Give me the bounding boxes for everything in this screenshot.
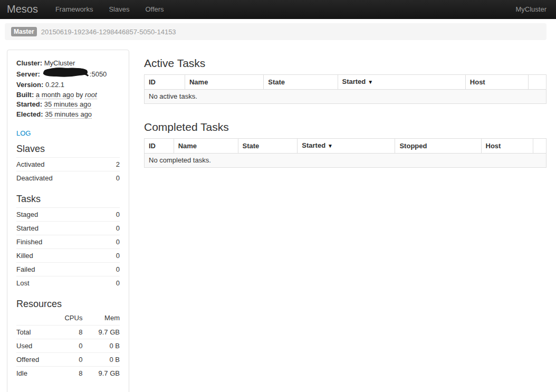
resources-col-cpus: CPUs [52, 312, 83, 326]
stat-label: Deactivated [16, 171, 110, 185]
col-label: Name [189, 78, 208, 86]
active-tasks-heading: Active Tasks [144, 56, 547, 70]
completed-tasks-table: ID Name State Started▼ Stopped Host No c… [144, 138, 547, 168]
tasks-row-lost: Lost 0 [16, 276, 120, 290]
col-label: ID [149, 78, 156, 86]
stat-mem: 9.7 GB [82, 367, 120, 380]
resources-row-offered: Offered 0 0 B [16, 353, 120, 367]
redaction-scribble-icon [42, 67, 89, 81]
col-name[interactable]: Name [174, 139, 238, 154]
col-label: Host [486, 142, 501, 150]
slaves-row-deactivated: Deactivated 0 [16, 171, 120, 185]
stat-mem: 9.7 GB [82, 326, 120, 339]
master-id: 20150619-192346-1298446857-5050-14153 [41, 28, 176, 36]
stat-value: 0 [107, 249, 120, 263]
stat-label: Staged [16, 208, 107, 222]
stat-mem: 0 B [82, 353, 120, 367]
completed-tasks-header-row: ID Name State Started▼ Stopped Host [145, 139, 547, 154]
breadcrumb: Master 20150619-192346-1298446857-5050-1… [5, 23, 547, 40]
nav-item-frameworks[interactable]: Frameworks [47, 5, 101, 13]
col-started[interactable]: Started▼ [298, 139, 395, 154]
col-id[interactable]: ID [145, 139, 174, 154]
tasks-heading: Tasks [16, 193, 120, 205]
resources-row-used: Used 0 0 B [16, 339, 120, 353]
brand-mesos[interactable]: Mesos [7, 3, 38, 15]
stat-label: Started [16, 222, 107, 235]
log-link[interactable]: LOG [16, 129, 31, 137]
col-label: Started [302, 141, 325, 149]
master-badge: Master [11, 27, 37, 36]
stat-label: Activated [16, 158, 110, 171]
col-label: State [268, 78, 285, 86]
nav-item-offers[interactable]: Offers [137, 5, 171, 13]
stat-label: Offered [16, 353, 52, 367]
col-host[interactable]: Host [481, 139, 533, 154]
completed-tasks-heading: Completed Tasks [144, 120, 547, 133]
col-label: Host [470, 78, 485, 86]
resources-table: CPUs Mem Total 8 9.7 GB Used 0 0 B Offer… [16, 312, 120, 380]
resources-row-total: Total 8 9.7 GB [16, 326, 120, 339]
cluster-label: Cluster: [16, 59, 42, 67]
no-active-tasks-message: No active tasks. [145, 90, 547, 104]
built-info: Built: a month ago by root [16, 90, 120, 100]
server-port: :5050 [90, 70, 107, 78]
main-content: Active Tasks ID Name State Started▼ Host… [144, 50, 547, 168]
col-host[interactable]: Host [465, 75, 529, 90]
slaves-row-activated: Activated 2 [16, 158, 120, 171]
resources-row-idle: Idle 8 9.7 GB [16, 367, 120, 380]
stat-cpus: 0 [52, 339, 83, 353]
stat-label: Used [16, 339, 52, 353]
col-name[interactable]: Name [185, 75, 263, 90]
built-user: root [85, 91, 97, 99]
col-state[interactable]: State [264, 75, 338, 90]
col-stopped[interactable]: Stopped [395, 139, 481, 154]
cluster-value: MyCluster [44, 59, 75, 67]
tasks-row-staged: Staged 0 [16, 208, 120, 222]
elected-info: Elected: 35 minutes ago [16, 110, 120, 120]
col-label: State [243, 142, 260, 150]
stat-label: Finished [16, 235, 107, 249]
empty-state-row: No completed tasks. [145, 154, 547, 168]
resources-header-row: CPUs Mem [16, 312, 120, 326]
nav-item-slaves[interactable]: Slaves [101, 5, 137, 13]
sidebar-panel: Cluster: MyCluster Server::5050 Version:… [7, 50, 129, 392]
active-tasks-header-row: ID Name State Started▼ Host [145, 75, 547, 90]
slaves-table: Activated 2 Deactivated 0 [16, 157, 120, 185]
stat-label: Idle [16, 367, 52, 380]
server-info: Server::5050 [16, 69, 120, 81]
col-label: Stopped [399, 142, 427, 150]
col-state[interactable]: State [238, 139, 298, 154]
version-value: 0.22.1 [45, 81, 64, 89]
started-label: Started: [16, 100, 42, 108]
stat-label: Total [16, 326, 52, 339]
built-conj: by [76, 91, 83, 99]
version-label: Version: [16, 81, 43, 89]
tasks-row-finished: Finished 0 [16, 235, 120, 249]
stat-value: 0 [107, 222, 120, 235]
sort-desc-icon: ▼ [368, 79, 373, 85]
col-started[interactable]: Started▼ [338, 75, 465, 90]
stat-mem: 0 B [82, 339, 120, 353]
stat-label: Failed [16, 263, 107, 276]
resources-heading: Resources [16, 298, 120, 310]
version-info: Version: 0.22.1 [16, 80, 120, 90]
stat-value: 0 [107, 263, 120, 276]
started-value: 35 minutes ago [44, 100, 91, 109]
stat-cpus: 8 [52, 367, 83, 380]
elected-label: Elected: [16, 110, 43, 118]
tasks-row-failed: Failed 0 [16, 263, 120, 276]
stat-label: Killed [16, 249, 107, 263]
stat-label: Lost [16, 276, 107, 290]
tasks-row-killed: Killed 0 [16, 249, 120, 263]
built-label: Built: [16, 91, 34, 99]
stat-value: 0 [107, 208, 120, 222]
stat-cpus: 0 [52, 353, 83, 367]
col-id[interactable]: ID [145, 75, 185, 90]
stat-cpus: 8 [52, 326, 83, 339]
col-label: Started [342, 78, 366, 85]
navbar-cluster-name: MyCluster [515, 5, 547, 13]
stat-value: 2 [110, 158, 120, 171]
started-info: Started: 35 minutes ago [16, 100, 120, 110]
col-label: ID [149, 142, 156, 150]
elected-value: 35 minutes ago [45, 110, 92, 119]
